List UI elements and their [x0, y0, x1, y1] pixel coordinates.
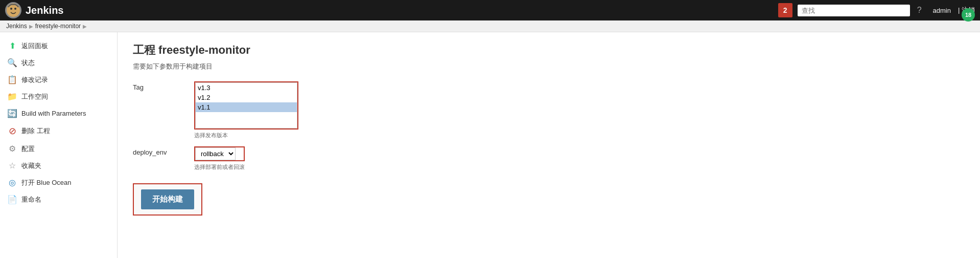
main-content: 工程 freestyle-monitor 需要如下参数用于构建项目 Tag v1… [118, 32, 980, 258]
sidebar-label-change-log: 修改记录 [21, 75, 48, 84]
sidebar-label-status: 状态 [21, 58, 35, 68]
sidebar-item-change-log[interactable]: 📋 修改记录 [0, 71, 117, 88]
gear-icon: ⚙ [7, 144, 17, 154]
breadcrumb-jenkins[interactable]: Jenkins [6, 23, 27, 30]
logo-icon [5, 2, 21, 18]
sidebar-item-configure[interactable]: ⚙ 配置 [0, 140, 117, 157]
tag-option-v11[interactable]: v1.1 [196, 102, 297, 112]
build-icon: 🔄 [7, 109, 17, 118]
edit-icon: 📋 [7, 75, 17, 84]
breadcrumb-sep-1: ▶ [29, 24, 33, 29]
deploy-select-wrapper: rollback deploy [194, 146, 245, 161]
tag-hint: 选择发布版本 [194, 132, 298, 139]
sidebar-label-blue-ocean: 打开 Blue Ocean [21, 178, 72, 187]
delete-icon: ⊘ [7, 125, 17, 137]
sidebar-label-workspace: 工作空间 [21, 92, 48, 101]
page-subtitle: 需要如下参数用于构建项目 [133, 62, 965, 71]
tag-option-v12[interactable]: v1.2 [196, 93, 297, 102]
tag-listbox[interactable]: v1.3 v1.2 v1.1 [195, 82, 297, 128]
build-section: 开始构建 [133, 183, 202, 216]
build-queue-badge[interactable]: 2 [778, 3, 792, 17]
sidebar: ⬆ 返回面板 🔍 状态 📋 修改记录 📁 工作空间 🔄 Build with P… [0, 32, 118, 258]
svg-point-2 [14, 8, 16, 10]
svg-point-1 [10, 8, 12, 10]
sidebar-label-delete-project: 删除 工程 [21, 126, 50, 136]
build-button[interactable]: 开始构建 [141, 189, 194, 209]
sidebar-label-build-with-params: Build with Parameters [21, 110, 86, 117]
ocean-icon: ◎ [7, 178, 17, 187]
breadcrumb: Jenkins ▶ freestyle-monitor ▶ [0, 20, 980, 32]
star-icon: ☆ [7, 161, 17, 170]
sidebar-item-build-with-params[interactable]: 🔄 Build with Parameters [0, 105, 117, 122]
page-layout: ⬆ 返回面板 🔍 状态 📋 修改记录 📁 工作空间 🔄 Build with P… [0, 32, 980, 258]
deploy-hint: 选择部署前或者回滚 [194, 163, 245, 171]
deploy-label: deploy_env [133, 146, 184, 156]
logo-link[interactable]: Jenkins [5, 2, 63, 18]
breadcrumb-sep-2: ▶ [83, 24, 87, 29]
search-icon: 🔍 [7, 58, 17, 68]
header-right: ? admin | 注销 18 [798, 5, 975, 16]
header: Jenkins 2 ? admin | 注销 18 [0, 0, 980, 20]
tag-listbox-container: v1.3 v1.2 v1.1 [194, 81, 298, 130]
deploy-select[interactable]: rollback deploy [195, 147, 236, 160]
breadcrumb-project[interactable]: freestyle-monitor [35, 23, 81, 30]
tag-control-wrapper: v1.3 v1.2 v1.1 选择发布版本 [194, 81, 298, 139]
tag-label: Tag [133, 81, 184, 91]
tag-option-v13[interactable]: v1.3 [196, 83, 297, 93]
logo-text: Jenkins [26, 5, 63, 16]
sidebar-item-blue-ocean[interactable]: ◎ 打开 Blue Ocean [0, 174, 117, 191]
user-label[interactable]: admin [933, 7, 951, 14]
help-icon[interactable]: ? [917, 6, 922, 15]
sidebar-item-rename[interactable]: 📄 重命名 [0, 191, 117, 208]
sidebar-label-back-dashboard: 返回面板 [21, 41, 48, 51]
tag-param-row: Tag v1.3 v1.2 v1.1 选择发布版本 [133, 81, 965, 139]
sidebar-item-favorites[interactable]: ☆ 收藏夹 [0, 157, 117, 174]
deploy-control-wrapper: rollback deploy 选择部署前或者回滚 [194, 146, 245, 171]
folder-icon: 📁 [7, 92, 17, 101]
search-input[interactable] [798, 5, 910, 16]
sidebar-label-favorites: 收藏夹 [21, 161, 41, 170]
rename-icon: 📄 [7, 195, 17, 204]
sidebar-label-rename: 重命名 [21, 195, 41, 204]
sidebar-item-back-dashboard[interactable]: ⬆ 返回面板 [0, 37, 117, 54]
deploy-param-row: deploy_env rollback deploy 选择部署前或者回滚 [133, 146, 965, 171]
svg-point-0 [7, 4, 20, 17]
page-title: 工程 freestyle-monitor [133, 42, 965, 58]
sidebar-label-configure: 配置 [21, 144, 35, 154]
up-icon: ⬆ [7, 41, 17, 51]
sidebar-item-delete-project[interactable]: ⊘ 删除 工程 [0, 122, 117, 140]
notification-badge[interactable]: 18 [962, 8, 975, 22]
sidebar-item-workspace[interactable]: 📁 工作空间 [0, 88, 117, 105]
sidebar-item-status[interactable]: 🔍 状态 [0, 54, 117, 71]
